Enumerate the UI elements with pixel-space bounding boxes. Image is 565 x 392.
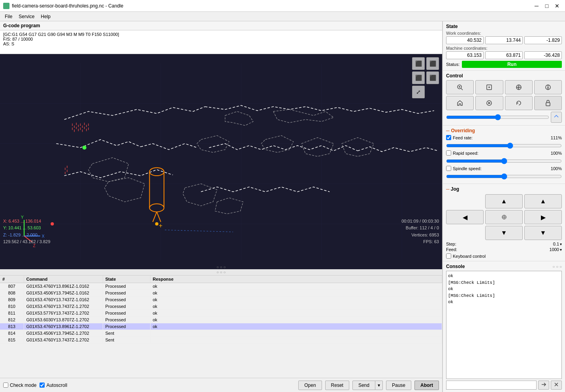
jog-left-btn[interactable]: ◀ (446, 210, 484, 224)
cell-cmd: G01X53.4506Y13.7945Z-1.2702 (24, 330, 103, 337)
vis-extra-coord: 129.562 / 43.162 / 3.829 (3, 238, 50, 246)
console-input[interactable] (446, 381, 537, 390)
cell-resp: ok (150, 323, 442, 330)
check-mode-checkbox[interactable] (3, 383, 8, 388)
left-panel: G-code program [GC:G1 G54 G17 G21 G90 G9… (0, 21, 443, 392)
ctrl-lock[interactable] (534, 96, 562, 110)
command-table-container[interactable]: # Command State Response 807 G01X53.4760… (0, 275, 442, 378)
vis-buffer: Buffer: 112 / 4 / 0 (401, 225, 439, 232)
spindle-speed-checkbox[interactable] (446, 166, 451, 171)
vis-coords-display: X: 6.453 ... 136.014 Y: 10.441 ... 53.60… (3, 218, 50, 246)
abort-button[interactable]: Abort (414, 381, 439, 390)
jog-right-btn[interactable]: ▶ (524, 210, 562, 224)
autoscroll-checkbox[interactable] (40, 383, 45, 388)
cell-state: Processed (103, 283, 150, 290)
cell-num: 811 (0, 310, 24, 317)
ctrl-slider[interactable] (446, 114, 549, 120)
rapid-speed-checkbox[interactable] (446, 150, 451, 156)
ctrl-slider-btn[interactable] (551, 112, 562, 123)
ctrl-home[interactable] (446, 96, 474, 110)
ctrl-reset[interactable] (505, 96, 533, 110)
svg-point-20 (83, 146, 87, 150)
send-arrow-button[interactable]: ▾ (375, 381, 383, 390)
maximize-button[interactable]: □ (542, 2, 552, 10)
work-y: 13.744 (485, 36, 523, 44)
console-line: [MSG:Check Limits] (448, 293, 560, 299)
svg-text:+: + (159, 222, 163, 229)
console-clear-btn[interactable] (551, 381, 562, 390)
machine-y: 63.871 (485, 51, 523, 59)
console-send-btn[interactable] (538, 381, 549, 390)
console-input-row (446, 381, 562, 390)
window-title: field-camera-sensor-board-thruholes.png.… (12, 3, 123, 9)
send-button[interactable]: Send (352, 381, 375, 390)
jog-center-btn[interactable] (485, 210, 523, 224)
table-row[interactable]: 809 G01X53.4760Y13.7437Z-1.0162 Processe… (0, 296, 442, 303)
table-row[interactable]: 813 G01X53.4760Y13.8961Z-1.2702 Processe… (0, 323, 442, 330)
vis-resize-handle[interactable]: ○ ○ ○ (209, 264, 233, 269)
cell-cmd: G01X53.4760Y13.7437Z-1.0162 (24, 296, 103, 303)
close-button[interactable]: ✕ (552, 2, 562, 10)
svg-text:0: 0 (518, 86, 519, 89)
console-output: ok[MSG:Check Limits]ok[MSG:Check Limits]… (446, 271, 562, 379)
menu-help[interactable]: Help (38, 13, 54, 20)
status-label: Status: (446, 62, 460, 67)
open-button[interactable]: Open (298, 381, 322, 390)
cell-num: 812 (0, 317, 24, 323)
table-row[interactable]: 815 G01X53.4760Y13.7437Z-1.2702 Sent (0, 337, 442, 343)
cell-cmd: G01X53.4760Y13.7437Z-1.2702 (24, 337, 103, 343)
cell-num: 815 (0, 337, 24, 343)
col-header-cmd: Command (24, 276, 103, 283)
cell-state: Sent (103, 337, 150, 343)
send-group: Send ▾ (352, 381, 383, 390)
rapid-speed-slider[interactable] (446, 158, 562, 164)
vis-3d-btn-2[interactable]: ⬛ (426, 57, 439, 70)
work-x: 40.532 (446, 36, 484, 44)
reset-button[interactable]: Reset (325, 381, 349, 390)
menu-service[interactable]: Service (15, 13, 38, 20)
rapid-speed-value: 100% (546, 151, 562, 156)
jog-down-btn[interactable]: ▼ (485, 226, 523, 240)
ctrl-move-zero[interactable] (475, 80, 503, 94)
table-row[interactable]: 814 G01X53.4506Y13.7945Z-1.2702 Sent (0, 330, 442, 337)
jog-up-btn[interactable]: ▲ (485, 194, 523, 208)
cell-num: 814 (0, 330, 24, 337)
table-row[interactable]: 808 G01X53.4506Y13.7945Z-1.0162 Processe… (0, 290, 442, 296)
pause-button[interactable]: Pause (386, 381, 411, 390)
table-row[interactable]: 812 G01X53.6030Y13.8707Z-1.2702 Processe… (0, 317, 442, 323)
vis-3d-btn-1[interactable]: ⬛ (412, 57, 425, 70)
console-line: [MSG:Check Limits] (448, 279, 560, 286)
vis-3d-btn-4[interactable]: ⬛ (426, 71, 439, 84)
feed-dropdown[interactable]: ▾ (560, 248, 562, 252)
jog-z-up-btn[interactable]: ▲ (524, 194, 562, 208)
keyboard-ctrl-checkbox[interactable] (446, 253, 451, 259)
feed-rate-checkbox[interactable] (446, 135, 451, 140)
minimize-button[interactable]: ─ (532, 2, 541, 10)
step-dropdown[interactable]: ▾ (560, 242, 562, 246)
ctrl-zoom-fit[interactable] (446, 80, 474, 94)
feed-rate-slider[interactable] (446, 143, 562, 149)
ctrl-zero-z[interactable]: 0 (534, 80, 562, 94)
vis-expand-btn[interactable]: ⤢ (412, 86, 425, 98)
feed-rate-label: Feed rate: (453, 135, 544, 140)
vis-x-coord: X: 6.453 ... 136.014 (3, 218, 50, 225)
spindle-speed-slider[interactable] (446, 173, 562, 180)
cell-num: 808 (0, 290, 24, 296)
check-mode-label: Check mode (10, 383, 36, 388)
cell-resp (150, 330, 442, 337)
ctrl-zero-xy[interactable]: 0 (505, 80, 533, 94)
cell-num: 809 (0, 296, 24, 303)
cell-num: 807 (0, 283, 24, 290)
ctrl-run[interactable] (475, 96, 503, 110)
visualizer[interactable]: + X Y Z (0, 54, 442, 269)
svg-rect-40 (546, 103, 550, 106)
table-row[interactable]: 807 G01X53.4760Y13.8961Z-1.0162 Processe… (0, 283, 442, 290)
jog-z-down-btn[interactable]: ▼ (524, 226, 562, 240)
menu-file[interactable]: File (2, 13, 15, 20)
svg-text:0: 0 (547, 86, 549, 89)
table-row[interactable]: 811 G01X53.5776Y13.7437Z-1.2702 Processe… (0, 310, 442, 317)
cell-cmd: G01X53.5776Y13.7437Z-1.2702 (24, 310, 103, 317)
table-row[interactable]: 810 G01X53.4760Y13.7437Z-1.2702 Processe… (0, 303, 442, 310)
cell-cmd: G01X53.6030Y13.8707Z-1.2702 (24, 317, 103, 323)
vis-3d-btn-3[interactable]: ⬛ (412, 71, 425, 84)
